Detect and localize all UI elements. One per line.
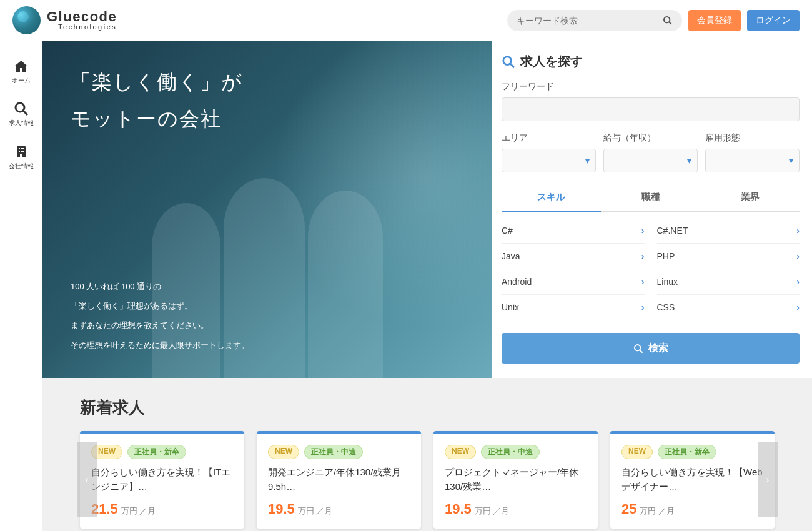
svg-line-1 [669,22,671,24]
svg-rect-10 [22,151,24,152]
area-label: エリア [502,132,596,144]
svg-point-0 [664,17,670,22]
sidebar-item-company[interactable]: 会社情報 [0,135,42,177]
svg-line-15 [640,350,643,353]
search-icon [14,100,29,116]
badge-type: 正社員・中途 [304,445,363,459]
carousel-next-button[interactable]: › [758,442,778,517]
search-button[interactable]: 検索 [502,333,800,364]
svg-rect-11 [20,154,22,157]
svg-rect-9 [21,151,22,152]
search-heading-text: 求人を探す [520,53,583,70]
search-input[interactable] [517,16,663,26]
new-jobs-heading: 新着求人 [80,397,775,419]
skill-item[interactable]: PHP› [657,244,800,269]
sidebar: ホーム 求人情報 会社情報 [0,41,42,531]
logo-sub: Technologies [47,24,117,31]
tabs: スキル 職種 業界 [502,184,800,212]
logo[interactable]: Gluecode Technologies [12,6,117,34]
header-right: 会員登録 ログイン [507,10,800,31]
svg-rect-8 [19,151,20,152]
register-button[interactable]: 会員登録 [688,10,741,31]
search-button-label: 検索 [648,342,668,355]
logo-text: Gluecode Technologies [47,10,117,31]
job-title: 自分らしい働き方を実現！【ITエンジニア】… [91,465,233,494]
skill-item[interactable]: Android› [502,269,645,295]
svg-line-3 [23,111,27,115]
area-select[interactable] [502,149,596,172]
skill-item[interactable]: C#› [502,218,645,244]
job-card[interactable]: NEW正社員・新卒 自分らしい働き方を実現！【ITエンジニア】… 21.5万円 … [80,431,244,529]
badge-type: 正社員・新卒 [127,445,186,459]
search-icon[interactable] [663,15,673,26]
carousel: ‹ › NEW正社員・新卒 自分らしい働き方を実現！【ITエンジニア】… 21.… [80,431,775,529]
hero-title-2: モットーの会社 [71,106,473,133]
badge-type: 正社員・新卒 [658,445,716,459]
chevron-right-icon: › [796,251,800,261]
tab-occupation[interactable]: 職種 [601,184,700,212]
freeword-input[interactable] [502,97,800,121]
badge-type: 正社員・中途 [481,445,540,459]
header-search[interactable] [507,10,682,31]
skill-item[interactable]: Unix› [502,295,645,320]
svg-point-14 [635,345,640,350]
badge-new: NEW [621,445,653,459]
salary-label: 給与（年収） [603,132,698,144]
job-card[interactable]: NEW正社員・中途 プロジェクトマネージャー/年休130/残業… 19.5万円 … [433,431,598,529]
job-salary: 19.5万円 ／月 [268,501,410,517]
chevron-right-icon: › [796,302,800,312]
logo-icon [12,6,41,34]
sidebar-item-label: 会社情報 [9,162,34,171]
job-card[interactable]: NEW正社員・中途 開発エンジニア/年休130/残業月9.5h… 19.5万円 … [257,431,421,529]
carousel-prev-button[interactable]: ‹ [77,442,97,517]
tab-industry[interactable]: 業界 [700,184,800,212]
svg-rect-7 [22,148,24,149]
job-salary: 19.5万円 ／月 [445,501,587,517]
skill-item[interactable]: C#.NET› [657,218,800,244]
svg-point-12 [503,57,512,65]
skill-grid: C#› C#.NET› Java› PHP› Android› Linux› U… [502,218,800,320]
content: 「楽しく働く」が モットーの会社 100 人いれば 100 通りの 「楽しく働く… [42,41,812,531]
employment-label: 雇用形態 [705,132,800,144]
chevron-right-icon: › [641,251,645,261]
search-icon [502,54,515,69]
login-button[interactable]: ログイン [747,10,800,31]
logo-main: Gluecode [47,10,117,24]
home-icon [14,57,29,74]
building-icon [14,142,29,159]
sidebar-item-jobs[interactable]: 求人情報 [0,92,42,135]
svg-rect-5 [19,148,20,149]
chevron-right-icon: › [641,302,645,312]
badge-new: NEW [268,445,299,459]
job-card[interactable]: NEW正社員・新卒 自分らしい働き方を実現！【Webデザイナー… 25万円 ／月 [610,431,775,529]
hero: 「楽しく働く」が モットーの会社 100 人いれば 100 通りの 「楽しく働く… [42,41,492,378]
hero-people-image [152,178,383,378]
svg-point-2 [16,103,24,112]
freeword-label: フリーワード [502,81,800,92]
cards: NEW正社員・新卒 自分らしい働き方を実現！【ITエンジニア】… 21.5万円 … [80,431,775,529]
badge-new: NEW [445,445,476,459]
svg-line-13 [510,64,514,67]
new-jobs-section: 新着求人 ‹ › NEW正社員・新卒 自分らしい働き方を実現！【ITエンジニア】… [42,378,812,531]
header: Gluecode Technologies 会員登録 ログイン [0,0,812,41]
job-salary: 21.5万円 ／月 [91,501,233,517]
hero-row: 「楽しく働く」が モットーの会社 100 人いれば 100 通りの 「楽しく働く… [42,41,812,378]
chevron-right-icon: › [641,226,645,236]
main-container: ホーム 求人情報 会社情報 「楽しく働く」が モットーの会社 100 [0,41,812,531]
job-title: 自分らしい働き方を実現！【Webデザイナー… [621,465,763,494]
search-heading: 求人を探す [502,53,800,70]
svg-rect-6 [21,148,22,149]
tab-skill[interactable]: スキル [502,184,601,212]
salary-select[interactable] [603,149,698,172]
search-icon [633,343,643,354]
skill-item[interactable]: Linux› [657,269,800,295]
job-title: プロジェクトマネージャー/年休130/残業… [445,465,587,494]
chevron-right-icon: › [796,277,800,287]
hero-title-1: 「楽しく働く」が [71,69,473,96]
sidebar-item-home[interactable]: ホーム [0,50,42,92]
filter-row: エリア 給与（年収） 雇用形態 [502,132,800,172]
employment-select[interactable] [705,149,800,172]
sidebar-item-label: ホーム [12,76,31,85]
skill-item[interactable]: Java› [502,244,645,269]
skill-item[interactable]: CSS› [657,295,800,320]
